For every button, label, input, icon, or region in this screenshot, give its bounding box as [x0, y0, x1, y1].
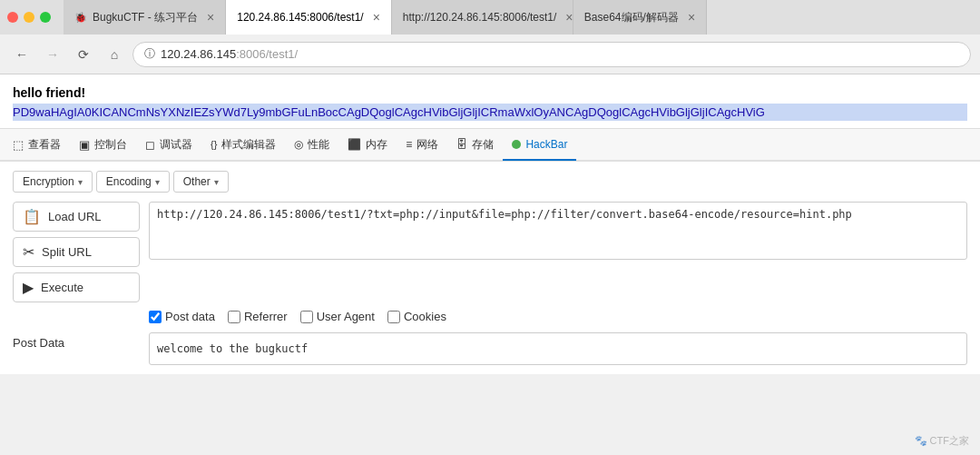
tab-test1[interactable]: 120.24.86.145:8006/test1/ × [226, 0, 392, 35]
address-bar[interactable]: ⓘ 120.24.86.145:8006/test1/ [132, 42, 971, 67]
tab-style-editor[interactable]: {} 样式编辑器 [201, 130, 285, 161]
minimize-button[interactable] [24, 12, 34, 23]
split-url-button[interactable]: ✂ Split URL [13, 237, 140, 267]
hackbar-menu-row: Encryption ▾ Encoding ▾ Other ▾ [13, 171, 967, 193]
encoding-menu[interactable]: Encoding ▾ [96, 171, 170, 193]
post-data-option[interactable]: Post data [149, 310, 215, 323]
encryption-menu[interactable]: Encryption ▾ [13, 171, 93, 193]
style-icon: {} [211, 139, 217, 150]
tab-bugku[interactable]: 🐞 BugkuCTF - 练习平台 × [64, 0, 226, 35]
execute-label: Execute [41, 281, 83, 294]
user-agent-option[interactable]: User Agent [300, 310, 375, 323]
encryption-chevron-icon: ▾ [78, 177, 83, 187]
url-area [149, 202, 967, 302]
execute-button[interactable]: ▶ Execute [13, 272, 140, 302]
inspector-icon: ⬚ [13, 138, 24, 152]
hackbar-label: HackBar [525, 138, 567, 151]
storage-icon: 🗄 [456, 138, 467, 151]
address-host: 120.24.86.145:8006/test1/ [161, 47, 298, 61]
perf-icon: ◎ [294, 138, 303, 151]
user-agent-checkbox[interactable] [300, 311, 313, 323]
tab-test1-close[interactable]: × [373, 10, 380, 25]
post-data-option-label: Post data [165, 310, 215, 323]
action-buttons: 📋 Load URL ✂ Split URL ▶ Execute [13, 202, 140, 302]
perf-label: 性能 [308, 137, 329, 153]
cookies-checkbox[interactable] [387, 311, 400, 323]
close-button[interactable] [7, 12, 18, 23]
console-label: 控制台 [94, 137, 127, 153]
split-url-icon: ✂ [23, 243, 34, 261]
back-button[interactable]: ← [9, 42, 34, 67]
encoding-chevron-icon: ▾ [155, 177, 160, 187]
hackbar-main: 📋 Load URL ✂ Split URL ▶ Execute [13, 202, 967, 302]
tab-storage[interactable]: 🗄 存储 [447, 130, 503, 161]
forward-button[interactable]: → [40, 42, 65, 67]
lock-icon: ⓘ [144, 46, 155, 62]
options-row: Post data Referrer User Agent Cookies [149, 310, 967, 323]
tab-test1-label: 120.24.86.145:8006/test1/ [237, 11, 363, 24]
tab-network[interactable]: ≡ 网络 [397, 130, 447, 161]
inspector-label: 查看器 [28, 137, 61, 153]
tab-http-test1-label: http://120.24.86.145:8006/test1/ [403, 11, 556, 24]
other-menu[interactable]: Other ▾ [173, 171, 229, 193]
tab-bugku-close[interactable]: × [207, 10, 214, 25]
load-url-icon: 📋 [23, 208, 41, 225]
url-input[interactable] [149, 202, 967, 260]
tab-base64-label: Base64编码/解码器 [584, 10, 679, 25]
page-content: hello friend! PD9waHAgIA0KICANCmNsYXNzIE… [0, 74, 980, 129]
traffic-lights [7, 12, 51, 23]
home-button[interactable]: ⌂ [102, 42, 127, 67]
tab-bugku-icon: 🐞 [74, 12, 87, 24]
post-data-checkbox[interactable] [149, 311, 162, 323]
execute-icon: ▶ [23, 279, 34, 296]
post-data-input[interactable] [149, 332, 967, 365]
encryption-label: Encryption [23, 175, 74, 188]
tab-memory[interactable]: ⬛ 内存 [338, 130, 397, 161]
page-hello: hello friend! [13, 85, 967, 100]
page-encoded: PD9waHAgIA0KICANCmNsYXNzIEZsYWd7Ly9mbGFu… [13, 104, 967, 121]
tab-bar: 🐞 BugkuCTF - 练习平台 × 120.24.86.145:8006/t… [64, 0, 973, 35]
debugger-label: 调试器 [160, 137, 192, 153]
network-icon: ≡ [406, 138, 412, 151]
hackbar-dot-icon [512, 140, 521, 149]
hackbar-panel: Encryption ▾ Encoding ▾ Other ▾ 📋 Load U… [0, 162, 980, 374]
referrer-checkbox[interactable] [228, 311, 240, 323]
load-url-button[interactable]: 📋 Load URL [13, 202, 140, 232]
tab-performance[interactable]: ◎ 性能 [285, 130, 338, 161]
devtools-bar: ⬚ 查看器 ▣ 控制台 ◻ 调试器 {} 样式编辑器 ◎ 性能 ⬛ 内存 ≡ 网… [0, 129, 980, 162]
tab-hackbar[interactable]: HackBar [503, 130, 576, 161]
console-icon: ▣ [79, 138, 90, 152]
encoding-label: Encoding [106, 175, 152, 188]
tab-inspector[interactable]: ⬚ 查看器 [4, 130, 70, 161]
reload-button[interactable]: ⟳ [71, 42, 96, 67]
network-label: 网络 [416, 137, 438, 153]
post-data-row: Post Data [13, 332, 967, 365]
other-label: Other [183, 175, 211, 188]
address-port-text: :8006/test1/ [236, 47, 298, 61]
tab-http-test1[interactable]: http://120.24.86.145:8006/test1/ × [392, 0, 573, 35]
cookies-option[interactable]: Cookies [387, 310, 446, 323]
address-host-text: 120.24.86.145 [161, 47, 236, 61]
tab-bugku-label: BugkuCTF - 练习平台 [93, 10, 198, 25]
titlebar: 🐞 BugkuCTF - 练习平台 × 120.24.86.145:8006/t… [0, 0, 980, 35]
style-label: 样式编辑器 [221, 137, 276, 153]
post-data-label: Post Data [13, 332, 140, 365]
memory-label: 内存 [366, 137, 387, 153]
split-url-label: Split URL [42, 245, 92, 259]
tab-http-test1-close[interactable]: × [565, 10, 573, 25]
other-chevron-icon: ▾ [214, 177, 219, 187]
cookies-option-label: Cookies [404, 310, 446, 323]
tab-debugger[interactable]: ◻ 调试器 [136, 130, 201, 161]
tab-base64-close[interactable]: × [688, 10, 695, 25]
navbar: ← → ⟳ ⌂ ⓘ 120.24.86.145:8006/test1/ [0, 35, 980, 74]
referrer-option-label: Referrer [244, 310, 288, 323]
debugger-icon: ◻ [145, 138, 155, 152]
maximize-button[interactable] [40, 12, 51, 23]
load-url-label: Load URL [48, 210, 102, 223]
user-agent-option-label: User Agent [317, 310, 375, 323]
memory-icon: ⬛ [348, 138, 361, 151]
tab-console[interactable]: ▣ 控制台 [70, 130, 136, 161]
tab-base64[interactable]: Base64编码/解码器 × [573, 0, 707, 35]
storage-label: 存储 [472, 137, 494, 153]
referrer-option[interactable]: Referrer [228, 310, 288, 323]
